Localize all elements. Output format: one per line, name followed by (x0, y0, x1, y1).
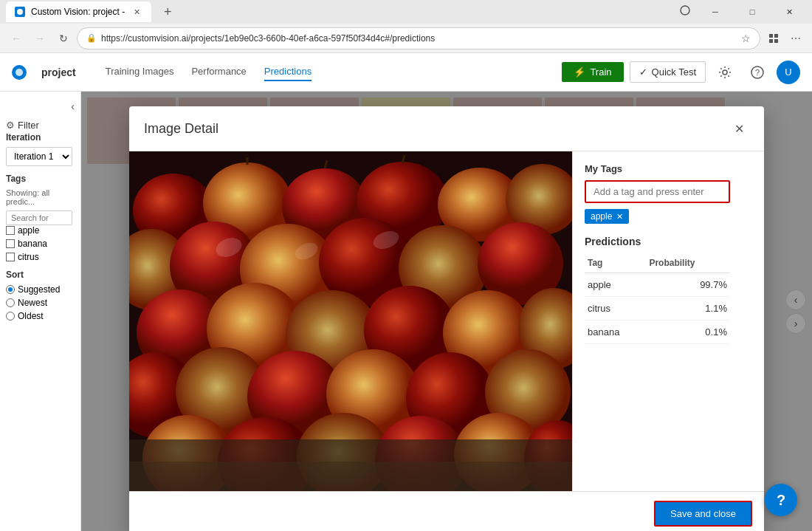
header-actions: ⚡ Train ✓ Quick Test ? U (562, 59, 800, 86)
modal-close-button[interactable]: ✕ (729, 118, 749, 139)
forward-button[interactable]: → (30, 28, 50, 49)
train-icon: ⚡ (574, 66, 585, 78)
settings-button[interactable] (712, 59, 738, 86)
address-bar[interactable]: 🔒 https://customvision.ai/projects/1eb9e… (77, 27, 760, 49)
sort-newest[interactable]: Newest (6, 298, 75, 308)
sort-label: Sort (6, 270, 75, 280)
sidebar-collapse-area: ‹ (6, 100, 75, 112)
image-detail-modal: Image Detail ✕ (129, 106, 764, 531)
browser-chrome: Custom Vision: project - ✕ + ─ □ ✕ ← → ↻… (0, 0, 812, 53)
prediction-tag-citrus: citrus (585, 297, 646, 321)
svg-rect-48 (129, 462, 572, 491)
browser-title-bar: Custom Vision: project - ✕ + ─ □ ✕ (0, 0, 812, 24)
svg-point-6 (16, 69, 23, 76)
sidebar: ‹ ⚙ Filter Iteration Iteration 1 Tags Sh… (0, 92, 81, 531)
modal-title: Image Detail (144, 121, 729, 137)
prediction-row-apple: apple 99.7% (585, 273, 730, 297)
content-area: ‹ › Image Detail ✕ (81, 92, 812, 531)
tags-showing-text: Showing: all predic... (6, 188, 75, 206)
predictions-table: Tag Probability apple 99.7% (585, 253, 730, 344)
filter-icon: ⚙ (6, 120, 15, 131)
svg-point-7 (723, 70, 727, 75)
help-header-button[interactable]: ? (744, 59, 771, 86)
applied-tags-list: apple ✕ (585, 209, 730, 224)
minimize-button[interactable]: ─ (698, 0, 732, 24)
iteration-label: Iteration (6, 132, 75, 143)
sort-suggested[interactable]: Suggested (6, 284, 75, 295)
url-text: https://customvision.ai/projects/1eb9e0c… (101, 33, 737, 44)
prediction-prob-banana: 0.1% (646, 321, 730, 344)
iteration-section: Iteration Iteration 1 (6, 132, 75, 166)
help-button[interactable]: ? (765, 484, 797, 516)
bookmark-icon[interactable]: ☆ (741, 32, 751, 44)
image-preview (129, 151, 572, 491)
tag-banana-checkbox[interactable] (6, 239, 15, 248)
sort-oldest-radio[interactable] (6, 312, 15, 321)
predictions-label: Predictions (585, 236, 730, 247)
svg-rect-2 (769, 34, 773, 38)
modal-overlay: Image Detail ✕ (81, 92, 812, 531)
app-header: project Training Images Performance Pred… (0, 53, 812, 92)
tag-input[interactable] (585, 180, 730, 203)
tag-citrus-checkbox[interactable] (6, 253, 15, 261)
lock-icon: 🔒 (86, 33, 97, 43)
app-title: project (41, 66, 76, 78)
my-tags-section: My Tags apple ✕ (585, 163, 730, 224)
main-layout: ‹ ⚙ Filter Iteration Iteration 1 Tags Sh… (0, 92, 812, 531)
modal-header: Image Detail ✕ (129, 106, 764, 151)
refresh-button[interactable]: ↻ (53, 28, 74, 49)
filter-button[interactable]: ⚙ Filter (6, 118, 75, 132)
prediction-tag-apple: apple (585, 273, 646, 297)
sidebar-tag-apple[interactable]: apple (6, 225, 75, 236)
back-button[interactable]: ← (6, 28, 27, 49)
tab-close-button[interactable]: ✕ (131, 6, 142, 18)
user-avatar[interactable]: U (777, 61, 800, 84)
wifi-icon (675, 0, 695, 21)
tags-section: Tags Showing: all predic... apple banana… (6, 174, 75, 262)
nav-training-images[interactable]: Training Images (106, 63, 174, 81)
iteration-select[interactable]: Iteration 1 (6, 147, 72, 166)
quick-test-button[interactable]: ✓ Quick Test (630, 61, 706, 83)
prediction-prob-citrus: 1.1% (646, 297, 730, 321)
tag-badge-apple: apple ✕ (585, 209, 629, 224)
prediction-prob-apple: 99.7% (646, 273, 730, 297)
tab-title: Custom Vision: project - (31, 7, 125, 17)
svg-rect-3 (774, 34, 778, 38)
maximize-button[interactable]: □ (735, 0, 769, 24)
tags-section-label: Tags (6, 174, 75, 184)
svg-rect-5 (774, 39, 778, 43)
prediction-row-citrus: citrus 1.1% (585, 297, 730, 321)
tab-favicon (15, 7, 25, 17)
save-close-button[interactable]: Save and close (654, 501, 752, 527)
new-tab-button[interactable]: + (157, 1, 178, 22)
menu-button[interactable]: ⋯ (785, 28, 806, 49)
window-controls: ─ □ ✕ (675, 0, 806, 24)
extensions-button[interactable] (763, 28, 784, 49)
svg-rect-4 (769, 39, 773, 43)
train-button[interactable]: ⚡ Train (562, 62, 623, 82)
nav-predictions[interactable]: Predictions (264, 63, 312, 81)
sidebar-tag-citrus[interactable]: citrus (6, 252, 75, 262)
checkmark-icon: ✓ (639, 66, 647, 78)
svg-point-1 (681, 6, 689, 15)
prediction-row-banana: banana 0.1% (585, 321, 730, 344)
help-icon: ? (777, 492, 785, 509)
sort-oldest[interactable]: Oldest (6, 311, 75, 321)
browser-action-buttons: ⋯ (763, 28, 806, 49)
my-tags-label: My Tags (585, 163, 730, 174)
sort-section: Sort Suggested Newest Oldest (6, 270, 75, 321)
tags-search-input[interactable] (6, 210, 72, 225)
close-button[interactable]: ✕ (772, 0, 806, 24)
prediction-tag-banana: banana (585, 321, 646, 344)
nav-performance[interactable]: Performance (191, 63, 246, 81)
collapse-button[interactable]: ‹ (71, 100, 75, 112)
sort-suggested-radio[interactable] (6, 285, 15, 294)
browser-nav-bar: ← → ↻ 🔒 https://customvision.ai/projects… (0, 24, 812, 53)
probability-column-header: Probability (646, 253, 730, 273)
modal-sidebar: My Tags apple ✕ Predictions (572, 151, 742, 491)
tag-remove-apple[interactable]: ✕ (616, 212, 623, 222)
predictions-section: Predictions Tag Probability (585, 236, 730, 344)
sidebar-tag-banana[interactable]: banana (6, 239, 75, 249)
sort-newest-radio[interactable] (6, 298, 15, 307)
tag-apple-checkbox[interactable] (6, 226, 15, 235)
